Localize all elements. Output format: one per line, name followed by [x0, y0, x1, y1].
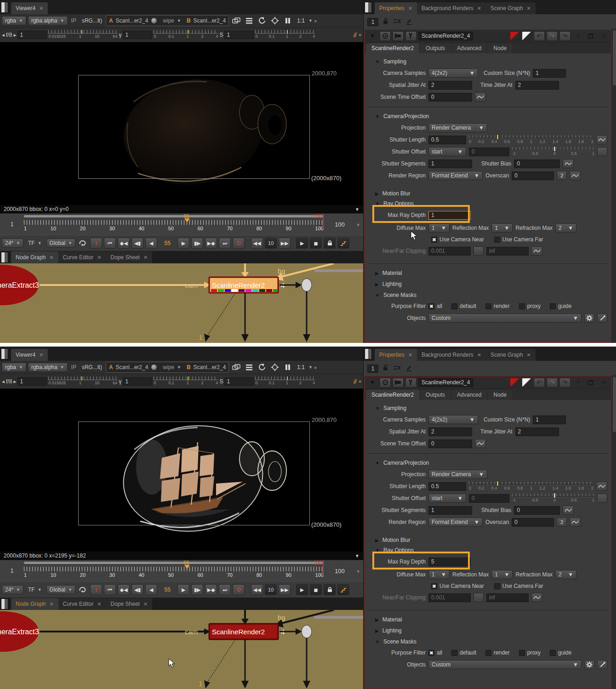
shutter-offset-dropdown[interactable]: start▼	[428, 147, 466, 156]
wipe-dropdown[interactable]: wipe▼	[160, 363, 184, 372]
layer-dropdown[interactable]: rgba.alpha▼	[28, 16, 68, 25]
tab-scanlinerender2[interactable]: ScanlineRender2	[366, 43, 419, 53]
purpose-guide-checkbox[interactable]: guide	[550, 649, 571, 656]
close-icon[interactable]: ✕	[477, 352, 481, 358]
gl-color-swatch[interactable]	[522, 31, 532, 40]
revert-icon[interactable]: ↷	[559, 378, 570, 387]
overscan-input[interactable]: 0	[512, 171, 554, 180]
play-back-button[interactable]: ◀	[145, 238, 157, 249]
tf-dropdown[interactable]: TF▼	[25, 585, 45, 594]
collapse-chevron-icon[interactable]: »	[356, 570, 361, 572]
in-point-button[interactable]: I	[90, 238, 102, 249]
eyedropper-icon[interactable]	[597, 660, 607, 669]
timeline-ruler[interactable]: 1102030405060708090100 55 100	[24, 214, 324, 235]
help-icon[interactable]: ?	[572, 378, 583, 387]
close-icon[interactable]: ✕	[39, 352, 43, 358]
curve-icon[interactable]	[570, 171, 581, 180]
step-forward-button[interactable]: ▮▶	[191, 238, 203, 249]
max-panels-input[interactable]: 1	[367, 18, 378, 26]
loop-icon[interactable]	[77, 585, 88, 594]
wipe-toggle-icon[interactable]	[151, 17, 157, 24]
center-node-icon[interactable]	[380, 31, 391, 41]
range-dropdown[interactable]: Global▼	[46, 585, 76, 594]
purpose-default-checkbox[interactable]: default	[451, 303, 476, 309]
blank-button[interactable]	[597, 147, 607, 156]
stack-icon[interactable]	[244, 16, 255, 25]
gamma-slider[interactable]: 00.1124	[154, 29, 218, 41]
reflection-max-dropdown[interactable]: 1▼	[491, 570, 513, 579]
close-icon[interactable]: ✕	[527, 352, 531, 358]
b-buffer-label[interactable]: B	[187, 17, 191, 24]
lock-icon[interactable]	[324, 584, 336, 595]
wipe-dropdown[interactable]: wipe▼	[160, 16, 184, 25]
fstop-label[interactable]: f/8	[6, 378, 12, 385]
custom-size-input[interactable]: 1	[533, 416, 566, 424]
overscan-mult-button[interactable]: 2	[557, 171, 567, 180]
gamma-input[interactable]: 1	[123, 377, 152, 386]
section-scene-masks[interactable]: ▼Scene Masks	[365, 290, 611, 301]
prev-arrow-icon[interactable]: ◂	[2, 32, 5, 38]
use-camera-far-checkbox[interactable]: Use Camera Far	[494, 583, 543, 589]
a-buffer-label[interactable]: A	[109, 17, 113, 24]
custom-size-input[interactable]: 1	[533, 69, 566, 78]
node-graph-canvas[interactable]: neraExtract3 cam bg ScanlineRender2 4	[0, 263, 363, 343]
bookmark-icon[interactable]	[393, 31, 404, 41]
purpose-all-checkbox[interactable]: ✖all	[428, 649, 442, 656]
properties-scrollbar[interactable]	[612, 28, 616, 343]
node-graph-canvas[interactable]: neraExtract3 cam bg ScanlineRender2 4	[0, 610, 363, 689]
pane-split-icon[interactable]	[1, 598, 8, 609]
properties-scrollbar-handle[interactable]	[613, 377, 616, 432]
render-region-dropdown[interactable]: Format Extend▼	[428, 171, 483, 180]
goto-start-button[interactable]: ⏮	[104, 238, 116, 249]
time-jitter-input[interactable]: 2	[515, 81, 559, 90]
node-color-swatch[interactable]	[510, 31, 520, 40]
render-region-dropdown[interactable]: Format Extend▼	[428, 518, 483, 527]
tab-dope-sheet[interactable]: Dope Sheet✕	[106, 251, 153, 263]
float-panel-icon[interactable]	[585, 378, 596, 387]
wipe-toggle-icon[interactable]	[151, 364, 157, 370]
close-panel-icon[interactable]: ✕	[598, 31, 609, 41]
gain-slider[interactable]: 0.01562511064	[48, 29, 117, 41]
tab-dope-sheet[interactable]: Dope Sheet✕	[106, 598, 153, 610]
step-back-button[interactable]: ◀▮	[131, 584, 143, 595]
prev-arrow-icon[interactable]: ◂	[2, 378, 5, 385]
camera-samples-dropdown[interactable]: 4(2x2)▼	[428, 68, 478, 78]
next-keyframe-button[interactable]: ▶◆	[205, 238, 217, 249]
purpose-guide-checkbox[interactable]: guide	[550, 303, 571, 309]
diffuse-max-dropdown[interactable]: 1▼	[428, 570, 450, 579]
properties-scrollbar[interactable]	[612, 375, 616, 689]
max-panels-input[interactable]: 1	[367, 364, 378, 373]
float-panel-icon[interactable]	[585, 31, 596, 41]
next-keyframe-button[interactable]: ▶◆	[205, 584, 217, 595]
section-scene-masks[interactable]: ▼Scene Masks	[365, 636, 611, 647]
loop-icon[interactable]	[77, 239, 88, 248]
projection-dropdown[interactable]: Render Camera▼	[428, 123, 487, 132]
time-jitter-input[interactable]: 2	[515, 427, 559, 436]
layer-dropdown[interactable]: rgba.alpha▼	[28, 363, 68, 372]
wrench-icon[interactable]	[405, 378, 416, 387]
tab-curve-editor[interactable]: Curve Editor✕	[58, 251, 106, 263]
shutter-length-input[interactable]: 0.5	[428, 482, 466, 491]
section-motion-blur[interactable]: ▶Motion Blur	[365, 188, 611, 199]
close-icon[interactable]: ✕	[143, 601, 148, 607]
curve-icon[interactable]	[596, 135, 607, 144]
current-frame[interactable]: 55	[159, 240, 176, 246]
scene-time-offset-input[interactable]: 0	[428, 93, 472, 102]
tab-curve-editor[interactable]: Curve Editor✕	[58, 598, 106, 610]
spatial-jitter-input[interactable]: 2	[428, 81, 472, 90]
tab-node-graph[interactable]: Node Graph✕	[11, 251, 58, 263]
viewer-canvas[interactable]: 2000,870 (2000x870)	[0, 389, 363, 552]
render-stop-icon[interactable]: ◼	[310, 584, 322, 595]
refraction-max-dropdown[interactable]: 2▼	[555, 223, 576, 233]
tab-scene-graph[interactable]: Scene Graph✕	[486, 2, 536, 14]
step-forward-button[interactable]: ▮▶	[191, 584, 203, 595]
purpose-all-checkbox[interactable]: ✖all	[428, 303, 442, 309]
use-camera-near-checkbox[interactable]: ✖Use Camera Near	[431, 236, 484, 243]
purpose-proxy-checkbox[interactable]: proxy	[519, 649, 541, 656]
pane-split-icon[interactable]	[365, 2, 372, 13]
section-material[interactable]: ▶Material	[365, 268, 611, 279]
section-lighting[interactable]: ▶Lighting	[365, 279, 611, 290]
tab-viewer4[interactable]: Viewer4 ✕	[11, 2, 48, 14]
curve-icon[interactable]	[570, 518, 581, 527]
shutter-offset-input[interactable]: 0	[469, 494, 509, 503]
